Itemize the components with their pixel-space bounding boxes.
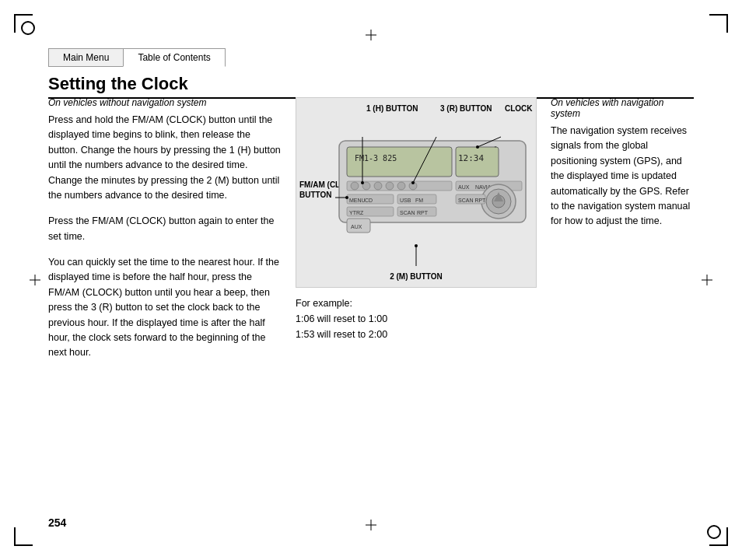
page-number: 254 [48,516,66,529]
svg-text:YTRZ: YTRZ [349,210,364,215]
svg-text:FM: FM [415,198,423,203]
left-column: On vehicles without navigation system Pr… [48,97,282,498]
example-line2: 1:53 will reset to 2:00 [296,327,537,342]
center-column: 1 (H) BUTTON 3 (R) BUTTON CLOCK FM/AM (C… [296,97,537,498]
right-column: On vehicles with navigation system The n… [551,97,694,498]
label-clock: CLOCK [505,104,533,113]
svg-point-10 [386,182,394,190]
circle-mark-tl [21,21,35,35]
crosshair-top [366,30,376,40]
main-content: On vehicles without navigation system Pr… [48,97,694,498]
svg-point-44 [415,244,418,247]
stereo-diagram: 1 (H) BUTTON 3 (R) BUTTON CLOCK FM/AM (C… [296,97,537,288]
svg-text:MENU: MENU [349,198,366,203]
crosshair-bottom [366,520,376,530]
svg-text:AUX: AUX [458,184,470,190]
svg-text:AUX: AUX [351,224,362,229]
page-title-area: Setting the Clock [48,74,694,99]
svg-text:SCAN: SCAN [400,210,415,215]
crosshair-right [702,275,712,285]
example-line1: 1:06 will reset to 1:00 [296,311,537,327]
instructions-para3: You can quickly set the time to the near… [48,255,282,361]
nav-system-label-off: On vehicles without navigation system [48,97,282,108]
svg-text:USB: USB [400,198,411,203]
svg-text:12:34: 12:34 [458,153,484,163]
svg-point-40 [476,145,479,149]
example-label: For example: [296,296,537,311]
table-of-contents-button[interactable]: Table of Contents [123,48,225,67]
example-section: For example: 1:06 will reset to 1:00 1:5… [296,296,537,342]
label-3r-button: 3 (R) BUTTON [440,104,492,113]
svg-point-38 [411,181,415,184]
arrow-2m [397,244,436,268]
svg-text:FM1-3  825: FM1-3 825 [355,154,397,163]
label-2m-button: 2 (M) BUTTON [390,272,443,281]
instructions-para1: Press and hold the FM/AM (CLOCK) button … [48,113,282,203]
crosshair-left [30,275,40,285]
nav-system-label-on: On vehicles with navigation system [551,97,694,119]
svg-text:SCAN  RPT: SCAN RPT [458,198,486,203]
main-menu-button[interactable]: Main Menu [48,48,123,67]
svg-point-36 [361,181,364,184]
corner-mark-tr [709,14,728,33]
corner-mark-bl [14,527,33,546]
svg-text:RPT: RPT [417,210,429,215]
svg-point-11 [397,182,405,190]
svg-point-9 [374,182,382,190]
svg-point-42 [345,196,348,199]
label-1h-button: 1 (H) BUTTON [366,104,418,113]
instructions-para2: Press the FM/AM (CLOCK) button again to … [48,214,282,244]
nav-system-text: The navigation system receives signals f… [551,124,694,229]
svg-text:CD: CD [365,198,373,203]
page-title: Setting the Clock [48,74,694,94]
stereo-svg: FM1-3 825 12:34 " AUX NAVI/Info [335,117,534,254]
svg-point-7 [351,182,359,190]
circle-mark-br [707,525,721,539]
top-navigation: Main Menu Table of Contents [48,48,226,67]
